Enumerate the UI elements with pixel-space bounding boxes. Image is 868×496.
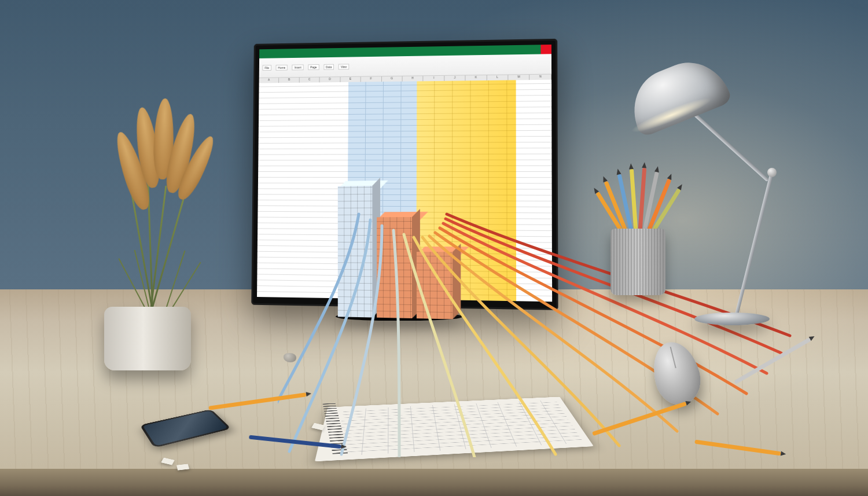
ribbon-tab: File (263, 65, 271, 71)
bar-chart-3d (338, 160, 487, 320)
ribbon-tab: Insert (292, 64, 304, 70)
ribbon-tab: View (339, 64, 349, 69)
desk-front-edge (0, 469, 868, 496)
chart-bar-2 (377, 217, 412, 318)
chart-bar-3 (417, 252, 453, 319)
small-rock (284, 353, 296, 362)
chart-bar-1 (338, 186, 373, 318)
desk-scene-illustration: 3D rendered illustration of a tidy woode… (0, 0, 868, 496)
ribbon-tab: Data (323, 64, 334, 70)
ribbon-tab: Home (276, 65, 288, 71)
plant-pot (104, 307, 191, 370)
ribbon-tab: Page (308, 64, 319, 70)
lamp-base (694, 313, 770, 325)
